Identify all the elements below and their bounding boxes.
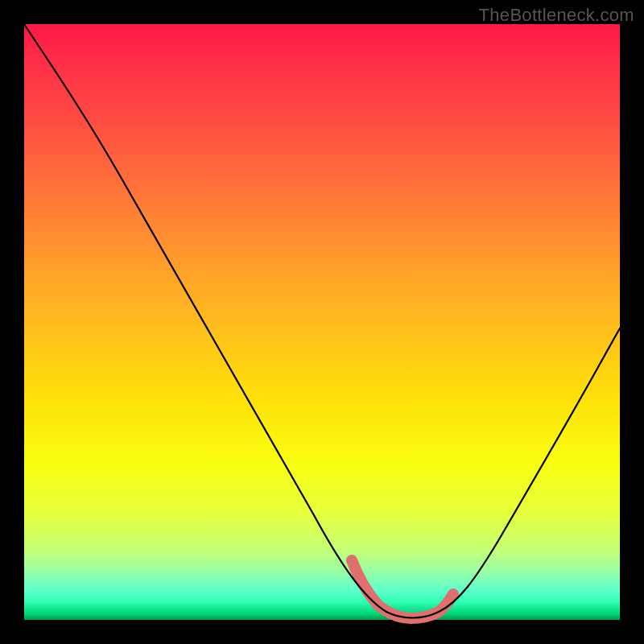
- curve-layer: [24, 24, 620, 620]
- bottleneck-curve: [24, 24, 620, 618]
- plot-area: [24, 24, 620, 620]
- optimal-range-highlight: [352, 560, 453, 618]
- watermark-label: TheBottleneck.com: [479, 5, 634, 26]
- chart-frame: TheBottleneck.com: [0, 0, 644, 644]
